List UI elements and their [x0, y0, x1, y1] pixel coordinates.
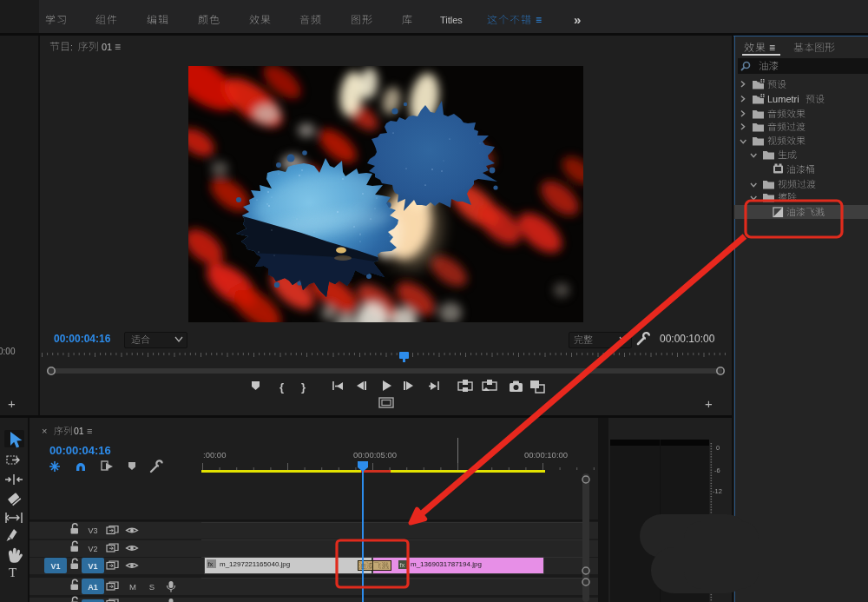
svg-text:≡: ≡	[769, 42, 775, 54]
svg-text:»: »	[574, 12, 581, 27]
svg-text:≡: ≡	[87, 426, 92, 436]
svg-text:+: +	[705, 396, 713, 411]
svg-text:V3: V3	[88, 526, 97, 535]
svg-text:01: 01	[74, 426, 84, 436]
svg-text:{: {	[279, 380, 284, 394]
svg-text:00:00:05:00: 00:00:05:00	[353, 450, 397, 460]
svg-text:V2: V2	[88, 545, 97, 553]
svg-text:S: S	[149, 599, 155, 602]
svg-text:Titles: Titles	[440, 15, 463, 25]
svg-text:≡: ≡	[536, 14, 542, 26]
svg-text:fx: fx	[208, 560, 214, 568]
svg-text:01: 01	[102, 42, 112, 52]
svg-text:m_1297221165040.jpg: m_1297221165040.jpg	[220, 560, 290, 568]
svg-text:00:00:10:00: 00:00:10:00	[524, 450, 568, 460]
svg-text:00:00:04:16: 00:00:04:16	[49, 444, 111, 457]
svg-text:S: S	[149, 582, 155, 592]
svg-text:Lumetri: Lumetri	[767, 94, 799, 104]
svg-text:+: +	[8, 396, 16, 411]
svg-text:M: M	[129, 582, 136, 592]
svg-text::00:00: :00:00	[203, 450, 226, 460]
svg-text:-12: -12	[713, 487, 722, 495]
svg-text:V1: V1	[50, 562, 60, 571]
svg-text:0: 0	[716, 444, 720, 452]
svg-text:T: T	[9, 566, 16, 579]
svg-text:V1: V1	[88, 562, 97, 571]
svg-text:}: }	[301, 380, 306, 394]
svg-text:A1: A1	[88, 583, 98, 592]
svg-text:00:00:10:00: 00:00:10:00	[660, 333, 715, 345]
svg-text:fx: fx	[400, 561, 405, 569]
svg-text:×: ×	[42, 426, 47, 436]
svg-text:-6: -6	[714, 466, 720, 474]
svg-text:M: M	[129, 599, 136, 602]
svg-text:≡: ≡	[115, 41, 121, 53]
svg-text:0:00: 0:00	[0, 347, 16, 356]
svg-text:m_1369031787194.jpg: m_1369031787194.jpg	[411, 560, 482, 568]
svg-text:00:00:04:16: 00:00:04:16	[54, 333, 111, 345]
